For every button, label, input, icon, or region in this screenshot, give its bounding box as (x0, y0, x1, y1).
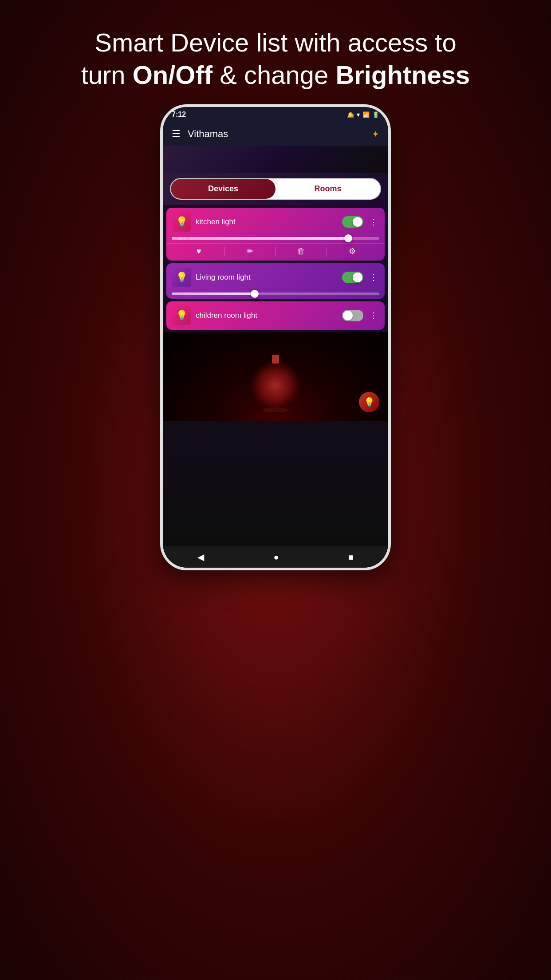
svg-rect-1 (272, 355, 279, 364)
slider-thumb-living[interactable] (251, 290, 259, 298)
app-title: Vithamas (188, 128, 372, 140)
tab-bar: Devices Rooms (163, 173, 388, 205)
menu-dots-living[interactable]: ⋮ (368, 273, 379, 282)
device-name-children: children room light (196, 311, 338, 320)
header-line2: turn On/Off & change Brightness (81, 59, 470, 91)
settings-btn-kitchen[interactable]: ⚙ (327, 246, 378, 256)
slider-fill-kitchen (172, 237, 348, 240)
svg-point-0 (251, 361, 300, 410)
brightness-slider-living[interactable] (172, 292, 379, 295)
fab-add-device[interactable]: 💡 (359, 392, 379, 412)
slider-thumb-kitchen[interactable] (344, 234, 352, 242)
brightness-slider-kitchen[interactable] (172, 237, 379, 240)
device-header-living: 💡 Living room light ⋮ (166, 263, 385, 292)
header-section: Smart Device list with access to turn On… (55, 0, 497, 104)
phone-mockup: 7:12 🔔̶ ▾ 📶 🔋 ☰ Vithamas ✦ Devices R (160, 104, 391, 570)
toggle-kitchen[interactable] (342, 216, 363, 228)
toggle-children[interactable] (342, 310, 363, 321)
edit-btn-kitchen[interactable]: ✏ (224, 246, 275, 256)
delete-btn-kitchen[interactable]: 🗑 (276, 247, 327, 256)
app-bar: ☰ Vithamas ✦ (163, 122, 388, 146)
nav-back-btn[interactable]: ◀ (197, 552, 204, 562)
actions-row-kitchen: ♥ ✏ 🗑 ⚙ (166, 243, 385, 261)
tab-rooms[interactable]: Rooms (276, 179, 380, 199)
lamp-svg (240, 341, 311, 412)
device-icon-children: 💡 (172, 306, 191, 325)
device-item-kitchen: 💡 kitchen light ⋮ ♥ (166, 208, 385, 261)
toggle-switch-living[interactable] (342, 272, 363, 283)
brightness-row-living (166, 292, 385, 299)
header-smart: Smart Device list with access to (94, 28, 456, 57)
status-icons: 🔔̶ ▾ 📶 🔋 (347, 111, 379, 118)
devices-list: 💡 kitchen light ⋮ ♥ (163, 205, 388, 546)
bottom-image-area: 💡 (163, 332, 388, 421)
device-name-living: Living room light (196, 273, 338, 282)
tab-devices[interactable]: Devices (171, 179, 276, 199)
device-item-children: 💡 children room light ⋮ (166, 301, 385, 330)
menu-dots-children[interactable]: ⋮ (368, 311, 379, 320)
status-time: 7:12 (172, 111, 186, 119)
fab-icon: 💡 (364, 397, 375, 407)
battery-icon: 🔋 (372, 111, 379, 118)
nav-bar: ◀ ● ■ (163, 546, 388, 568)
toggle-living[interactable] (342, 272, 363, 283)
tab-container: Devices Rooms (170, 178, 381, 200)
device-header-children: 💡 children room light ⋮ (166, 301, 385, 330)
bluetooth-icon: ✦ (372, 129, 379, 139)
wifi-icon: ▾ (357, 111, 360, 118)
device-name-kitchen: kitchen light (196, 217, 338, 226)
status-bar: 7:12 🔔̶ ▾ 📶 🔋 (163, 107, 388, 122)
mute-icon: 🔔̶ (347, 111, 354, 118)
menu-dots-kitchen[interactable]: ⋮ (368, 217, 379, 227)
device-icon-kitchen: 💡 (172, 212, 191, 232)
nav-home-btn[interactable]: ● (273, 552, 279, 562)
menu-icon[interactable]: ☰ (172, 128, 181, 140)
slider-fill-living (172, 292, 255, 295)
device-icon-living: 💡 (172, 268, 191, 287)
header-line1: Smart Device list with access to (81, 27, 470, 59)
nav-recent-btn[interactable]: ■ (348, 552, 354, 562)
wifi-signal-icon: 📶 (362, 111, 370, 118)
favorite-btn-kitchen[interactable]: ♥ (173, 247, 224, 256)
brightness-row-kitchen (166, 236, 385, 243)
header-image-strip (163, 146, 388, 173)
device-item-living: 💡 Living room light ⋮ (166, 263, 385, 299)
toggle-switch-kitchen[interactable] (342, 216, 363, 228)
device-header-kitchen: 💡 kitchen light ⋮ (166, 208, 385, 236)
toggle-switch-children[interactable] (342, 310, 363, 321)
